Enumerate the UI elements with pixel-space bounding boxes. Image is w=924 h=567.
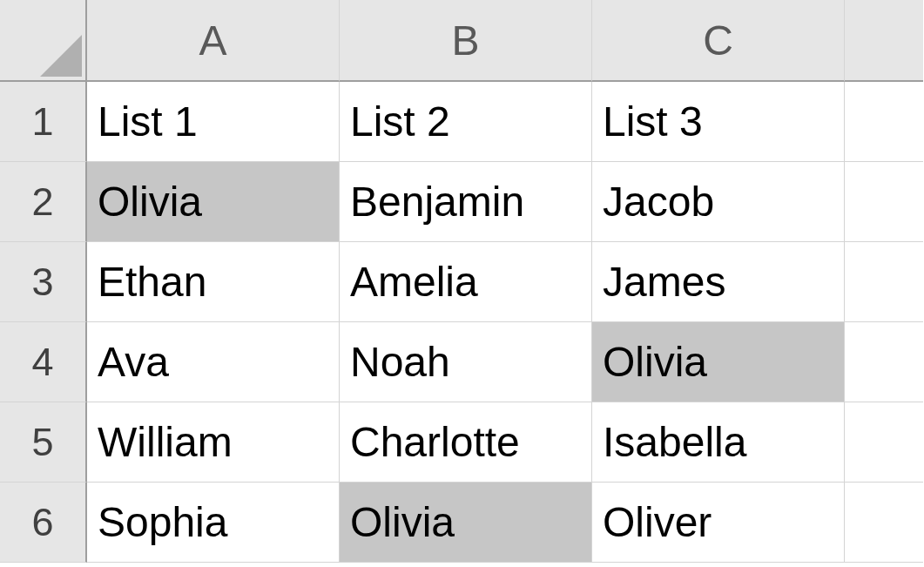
column-header-A[interactable]: A [87,0,340,82]
cell-A5[interactable]: William [87,402,340,483]
cell-C2[interactable]: Jacob [592,162,845,242]
column-header-B[interactable]: B [340,0,592,82]
column-header-D[interactable] [845,0,923,82]
cell-C4[interactable]: Olivia [592,322,845,402]
cell-C5[interactable]: Isabella [592,402,845,483]
row-header-3[interactable]: 3 [0,242,87,322]
cell-B1[interactable]: List 2 [340,82,592,162]
cell-C1[interactable]: List 3 [592,82,845,162]
cell-C3[interactable]: James [592,242,845,322]
cell-B6[interactable]: Olivia [340,483,592,563]
cell-B2[interactable]: Benjamin [340,162,592,242]
row-header-2[interactable]: 2 [0,162,87,242]
cell-A3[interactable]: Ethan [87,242,340,322]
cell-A2[interactable]: Olivia [87,162,340,242]
cell-D1[interactable] [845,82,923,162]
cell-A6[interactable]: Sophia [87,483,340,563]
cell-D3[interactable] [845,242,923,322]
cell-B3[interactable]: Amelia [340,242,592,322]
select-all-triangle-icon [40,35,82,77]
cell-B5[interactable]: Charlotte [340,402,592,483]
spreadsheet-grid[interactable]: A B C 1 List 1 List 2 List 3 2 Olivia Be… [0,0,924,567]
cell-A1[interactable]: List 1 [87,82,340,162]
cell-C6[interactable]: Oliver [592,483,845,563]
cell-B4[interactable]: Noah [340,322,592,402]
column-header-C[interactable]: C [592,0,845,82]
cell-D2[interactable] [845,162,923,242]
cell-D4[interactable] [845,322,923,402]
cell-D6[interactable] [845,483,923,563]
svg-marker-0 [40,35,82,77]
row-header-6[interactable]: 6 [0,483,87,563]
row-header-1[interactable]: 1 [0,82,87,162]
cell-D5[interactable] [845,402,923,483]
row-header-4[interactable]: 4 [0,322,87,402]
cell-A4[interactable]: Ava [87,322,340,402]
row-header-5[interactable]: 5 [0,402,87,483]
select-all-corner[interactable] [0,0,87,82]
